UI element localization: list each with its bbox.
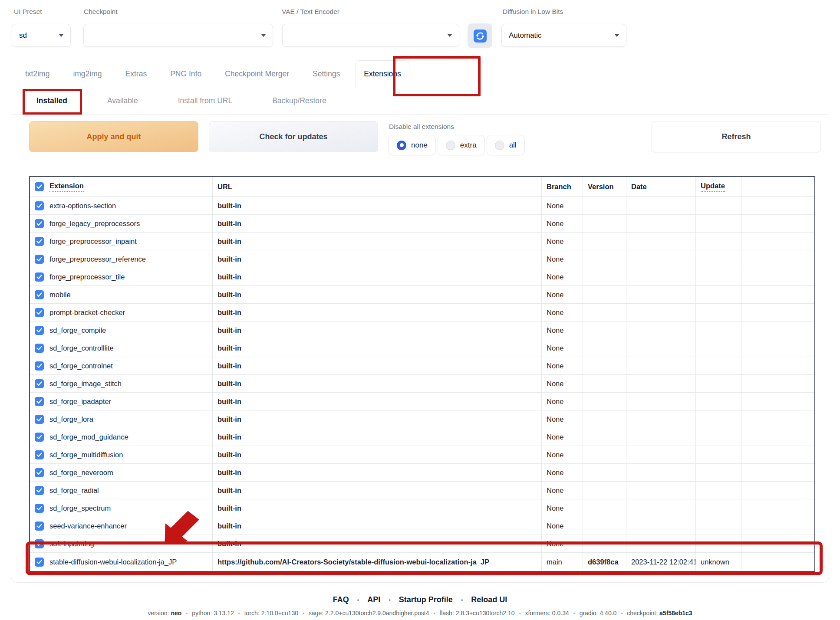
bullet-separator: •: [186, 610, 188, 616]
subtab-installed[interactable]: Installed: [26, 96, 78, 105]
footer-link-faq[interactable]: FAQ: [333, 595, 349, 604]
extension-update: [696, 197, 741, 214]
extension-name: mobile: [49, 291, 71, 299]
disable-option-all[interactable]: all: [487, 135, 525, 155]
refresh-icon: [474, 30, 487, 43]
version-segment: version:neo: [148, 610, 181, 617]
extension-date: [626, 304, 696, 321]
extension-url: built-in: [213, 357, 542, 374]
low-bits-label: Diffusion in Low Bits: [503, 8, 563, 16]
version-segment-label: checkpoint:: [627, 610, 658, 617]
extension-branch: None: [542, 410, 583, 428]
table-row: prompt-bracket-checker built-in None: [30, 304, 814, 321]
extension-extra-cell: [741, 517, 814, 535]
extension-extra-cell: [741, 464, 814, 481]
extension-checkbox[interactable]: [35, 433, 44, 442]
extension-column-header[interactable]: Extension: [49, 182, 84, 192]
tab-txt2img[interactable]: txt2img: [17, 60, 57, 87]
extension-date: [626, 410, 696, 428]
extension-checkbox[interactable]: [35, 415, 44, 424]
table-row: forge_legacy_preprocessors built-in None: [30, 215, 814, 233]
extension-checkbox[interactable]: [35, 361, 44, 371]
version-segment-value: 3.13.12: [214, 610, 234, 617]
extension-branch: None: [542, 286, 583, 303]
extension-update: [696, 233, 741, 250]
extension-checkbox[interactable]: [35, 255, 44, 264]
url-column-header: URL: [213, 177, 542, 197]
extension-url: built-in: [213, 410, 542, 428]
version-segment-value: 2.2.0+cu130torch2.9.0andhigher.post4: [325, 610, 429, 617]
extension-extra-cell: [741, 339, 814, 357]
extension-checkbox[interactable]: [35, 522, 44, 531]
disable-option-extra[interactable]: extra: [438, 135, 485, 155]
tab-checkpoint-merger[interactable]: Checkpoint Merger: [217, 60, 297, 87]
checkpoint-dropdown[interactable]: [83, 24, 273, 47]
table-row: forge_preprocessor_inpaint built-in None: [30, 233, 814, 250]
subtab-backup-restore[interactable]: Backup/Restore: [262, 96, 337, 105]
tab-img2img[interactable]: img2img: [65, 60, 109, 87]
branch-column-header: Branch: [542, 177, 583, 197]
extension-checkbox[interactable]: [35, 397, 44, 406]
low-bits-value: Automatic: [509, 31, 542, 40]
chevron-down-icon: [261, 34, 266, 37]
extension-checkbox[interactable]: [35, 201, 44, 210]
tab-png-info[interactable]: PNG Info: [162, 60, 209, 87]
extension-checkbox[interactable]: [35, 468, 44, 477]
update-column-header[interactable]: Update: [701, 182, 725, 192]
table-row: sd_forge_controlnet built-in None: [30, 357, 814, 375]
footer-link-api[interactable]: API: [367, 595, 380, 604]
refresh-extensions-button[interactable]: Refresh: [652, 121, 821, 152]
extension-checkbox[interactable]: [35, 344, 44, 353]
extension-checkbox[interactable]: [35, 219, 44, 228]
extension-date: [626, 375, 696, 392]
ui-preset-dropdown[interactable]: sd: [12, 24, 71, 47]
extension-name: extra-options-section: [49, 202, 116, 210]
ui-preset-value: sd: [19, 31, 27, 40]
footer-link-startup-profile[interactable]: Startup Profile: [399, 595, 453, 604]
extension-checkbox[interactable]: [35, 558, 44, 567]
extension-checkbox[interactable]: [35, 450, 44, 459]
extension-branch: None: [542, 446, 583, 463]
extension-checkbox[interactable]: [35, 272, 44, 282]
extension-url: built-in: [213, 233, 542, 250]
table-row: sd_forge_radial built-in None: [30, 482, 814, 499]
version-segment-value: 4.40.0: [600, 610, 616, 617]
extension-url: built-in: [213, 428, 542, 446]
select-all-checkbox[interactable]: [35, 182, 44, 191]
disable-option-none[interactable]: none: [389, 135, 436, 155]
apply-and-quit-button[interactable]: Apply and quit: [29, 121, 198, 152]
extension-update: [696, 321, 741, 339]
check-for-updates-button[interactable]: Check for updates: [209, 121, 378, 152]
extension-date: 2023-11-22 12:02:41: [626, 553, 696, 571]
footer-link-reload-ui[interactable]: Reload UI: [471, 595, 507, 604]
extension-url: built-in: [213, 197, 542, 214]
refresh-checkpoints-button[interactable]: [468, 23, 492, 48]
low-bits-dropdown[interactable]: Automatic: [501, 24, 626, 47]
extension-version: [583, 339, 626, 357]
extension-extra-cell: [741, 286, 814, 303]
extension-checkbox[interactable]: [35, 326, 44, 335]
extension-checkbox[interactable]: [35, 237, 44, 246]
subtab-install-from-url[interactable]: Install from URL: [168, 96, 243, 105]
table-row: sd_forge_controlllite built-in None: [30, 339, 814, 357]
extension-checkbox[interactable]: [35, 308, 44, 317]
extension-url: built-in: [213, 250, 542, 268]
extensions-sub-tab-bar: InstalledAvailableInstall from URLBackup…: [26, 87, 337, 115]
extension-name: forge_preprocessor_tile: [49, 273, 125, 281]
extension-name: sd_forge_spectrum: [49, 504, 111, 512]
extension-url: built-in: [213, 446, 542, 463]
extension-checkbox[interactable]: [35, 379, 44, 388]
extension-checkbox[interactable]: [35, 539, 44, 548]
tab-settings[interactable]: Settings: [305, 60, 348, 87]
tab-extras[interactable]: Extras: [118, 60, 155, 87]
version-segment: torch:2.10.0+cu130: [244, 610, 298, 617]
extension-checkbox[interactable]: [35, 504, 44, 513]
vae-dropdown[interactable]: [282, 24, 459, 47]
extension-name: prompt-bracket-checker: [49, 308, 125, 317]
chevron-down-icon: [615, 34, 619, 37]
extension-checkbox[interactable]: [35, 486, 44, 495]
extension-checkbox[interactable]: [35, 290, 44, 299]
subtab-available[interactable]: Available: [97, 96, 148, 105]
tab-extensions[interactable]: Extensions: [356, 60, 409, 87]
date-column-header: Date: [626, 177, 696, 197]
